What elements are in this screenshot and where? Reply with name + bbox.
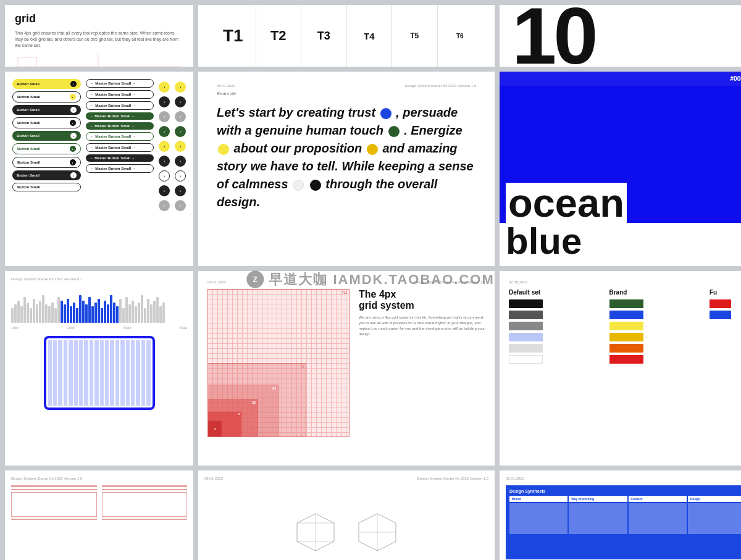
master-btn-5[interactable]: ← Master Button Small →	[86, 122, 154, 130]
btn-dark-1[interactable]: Button Small ›	[12, 105, 81, 115]
pink-rect-a4-label: A4	[272, 387, 276, 390]
btn-dark-8[interactable]: Button Small ›	[12, 170, 81, 180]
swatch-transpblue	[509, 333, 603, 341]
btn-circle-gray-1[interactable]: ›	[159, 111, 170, 122]
chart-bar-11	[45, 304, 48, 323]
btn-green-outline-1[interactable]: Button Small ›	[12, 143, 81, 154]
btn-circle-yellow-3[interactable]: ›	[175, 81, 186, 93]
typo-cell-t5: T5	[392, 5, 438, 67]
chart-bar-47	[156, 297, 159, 323]
typo-t2-label: T2	[270, 28, 287, 44]
btn-circle-green-2[interactable]: ›	[175, 126, 186, 137]
tablet-stripe-13	[115, 340, 119, 406]
swatch-rect-brand-orange	[609, 344, 643, 353]
master-btn-4[interactable]: ← Master Button Small →	[86, 112, 154, 120]
card-trust-text: 08.01.2022 Design System Starter Kit 202…	[198, 72, 495, 266]
svg-rect-0	[18, 57, 36, 67]
ocean-word1: ocean	[506, 183, 627, 223]
btn-circle-outline-1[interactable]: ›	[159, 170, 170, 182]
chart-bar-49	[162, 303, 165, 323]
btn-circle-outline-2[interactable]: ›	[175, 170, 186, 182]
card-4px-grid: 08.01.2022 Design System Starter Kit 202…	[198, 271, 495, 466]
table-header-way: Way of working	[569, 496, 627, 502]
swatch-rect-lightgray	[509, 344, 543, 353]
btn-circle-dark-3[interactable]: ›	[159, 185, 170, 196]
btn-circle-dark-2[interactable]: ›	[159, 156, 170, 167]
btn-circle-green-1[interactable]: ›	[159, 126, 170, 137]
tablet-stripe-10	[100, 340, 104, 406]
swatch-rect-brand-green	[609, 299, 643, 308]
btn-dark-outline-1[interactable]: Button Small ›	[12, 117, 81, 128]
trust-text-part3: . Energize	[404, 123, 462, 137]
btn-circle-yellow-4[interactable]: ›	[175, 141, 186, 152]
btn-circle-dark-1[interactable]: ›	[159, 96, 170, 107]
bottom-2-header-right: Design System Starter Kit 2022 Version 1…	[417, 477, 488, 480]
trust-text-part4: about our proposition	[234, 141, 366, 155]
btn-circle-yellow-1[interactable]: ›	[159, 81, 170, 93]
btn-outline-9[interactable]: Button Small	[12, 183, 81, 191]
btn-circle-col-2: › › › › › › › › ›	[175, 79, 186, 211]
chart-bar-48	[159, 306, 162, 323]
btn-yellow-1[interactable]: Button Small ›	[12, 79, 81, 89]
tablet-stripe-11	[105, 340, 109, 406]
btn-circle-gray-3[interactable]: ›	[175, 111, 186, 122]
chart-bar-12	[48, 306, 51, 323]
chart-bar-25	[88, 297, 91, 323]
ocean-word2: blue	[506, 223, 741, 260]
tablet-stripe-2	[58, 340, 62, 406]
tablet-stripe-18	[141, 340, 145, 406]
grid-card-header: 08.01.2022 Design System Starter Kit 202…	[207, 280, 485, 284]
btn-arrow-1: ›	[70, 81, 77, 87]
card-grid-title: grid This 4px grid ensures that all ever…	[5, 5, 193, 67]
bottom-2-header: 08.01.2022 Design System Starter Kit 202…	[204, 477, 488, 480]
swatch-rect-darkgray	[509, 311, 543, 319]
master-btn-8[interactable]: ← Master Button Small →	[86, 154, 154, 162]
chart-bar-2	[17, 301, 20, 323]
master-btn-6[interactable]: ← Master Button Small →	[86, 132, 154, 141]
tablet-stripe-9	[94, 340, 98, 406]
btn-circle-dark-5[interactable]: ›	[175, 156, 186, 167]
tablet-stripe-14	[120, 340, 124, 406]
btn-circle-dark-6[interactable]: ›	[175, 185, 186, 196]
chart-bar-34	[116, 306, 119, 323]
chart-bar-6	[30, 308, 32, 323]
btn-arrow-2: ›	[70, 94, 76, 100]
chart-bar-43	[144, 308, 146, 323]
grid-visual-area: T12 T3 A4 S2 T0	[207, 289, 485, 437]
pink-grid-bg: T12 T3 A4 S2 T0	[207, 289, 350, 437]
master-btn-1[interactable]: ← Master Button Small →	[86, 79, 154, 88]
chart-bar-36	[122, 308, 125, 323]
pink-rect-s2-label: S2	[252, 401, 256, 404]
btn-green-1[interactable]: Button Small ›	[12, 131, 81, 141]
btn-col-1: Button Small › Button Small › Button Sma…	[12, 79, 81, 211]
master-btn-9[interactable]: ← Master Button Small →	[86, 164, 154, 173]
tablet-stripe-0	[48, 340, 52, 406]
master-btn-7[interactable]: ← Master Button Small →	[86, 143, 154, 152]
chart-bar-31	[107, 304, 109, 323]
fu-set-col: Fu	[710, 289, 741, 366]
swatch-brand-yellow: •	[609, 322, 704, 330]
btn-circle-dark-4[interactable]: ›	[175, 96, 186, 107]
pink-rect-t0-label: T0	[237, 412, 240, 416]
swatch-rect-brand-gold	[609, 333, 643, 341]
btn-circle-gray-4[interactable]: ›	[175, 200, 186, 211]
btn-circle-yellow-2[interactable]: ›	[159, 141, 170, 152]
swatch-brand-orange	[609, 344, 704, 353]
pink-rect-4: 4	[207, 420, 222, 437]
master-btn-3[interactable]: ← Master Button Small →	[86, 101, 154, 110]
big-number-display: 10	[512, 5, 595, 67]
card-ocean-blue: #000A ocean blue	[500, 72, 741, 266]
main-grid: grid This 4px grid ensures that all ever…	[0, 0, 741, 560]
btn-circle-gray-2[interactable]: ›	[159, 200, 170, 211]
swatch-black	[509, 299, 603, 308]
wf-line-1	[11, 485, 97, 487]
iso-shapes-container	[204, 483, 488, 560]
wireframe-col-left	[11, 485, 97, 520]
chart-bar-1	[14, 304, 17, 323]
table-cell-1	[509, 503, 567, 534]
master-btn-2[interactable]: ← Master Button Small →	[86, 90, 154, 99]
chart-bar-8	[36, 304, 38, 323]
swatch-rect-midgray	[509, 322, 543, 330]
btn-outline-7[interactable]: Button Small ›	[12, 157, 81, 168]
btn-yellow-outline-1[interactable]: Button Small ›	[12, 91, 81, 102]
